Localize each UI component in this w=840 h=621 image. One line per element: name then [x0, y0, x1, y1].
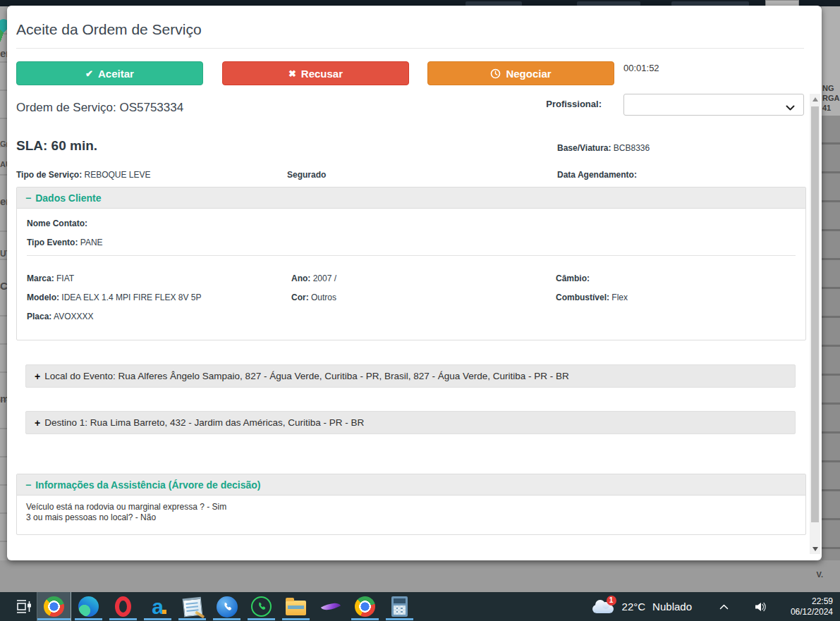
professional-select[interactable] — [623, 94, 804, 116]
base-viatura-field: Base/Viatura: BCB8336 — [557, 143, 650, 153]
taskbar-app-notepad[interactable] — [175, 592, 209, 621]
modelo-label: Modelo: — [27, 293, 59, 302]
countdown-timer: 00:01:52 — [623, 63, 659, 73]
destino1-text: Destino 1: Rua Lima Barreto, 432 - Jardi… — [44, 417, 364, 428]
notification-badge: 1 — [607, 596, 616, 605]
cor-field: Cor: Outros — [291, 293, 336, 302]
base-viatura-label: Base/Viatura: — [557, 143, 611, 153]
assistencia-body: Veículo está na rodovia ou marginal expr… — [17, 496, 805, 529]
refuse-button-label: Recusar — [301, 68, 343, 80]
expand-plus-icon: + — [35, 371, 40, 382]
system-tray: 1 22°C Nublado 22:59 06/12/2024 — [591, 592, 840, 621]
chrome-icon — [355, 596, 375, 617]
ano-value: 2007 / — [313, 273, 336, 283]
cross-icon: ✖ — [288, 68, 296, 79]
marca-label: Marca: — [27, 273, 54, 283]
dados-cliente-body: Nome Contato: Tipo Evento: PANE Marca: F… — [17, 209, 805, 340]
clock-icon — [490, 68, 501, 79]
negotiate-button[interactable]: Negociar — [427, 61, 614, 85]
taskbar-app-whatsapp[interactable] — [244, 592, 279, 621]
weather-temperature: 22°C — [622, 601, 646, 613]
decision-line: Veículo está na rodovia ou marginal expr… — [26, 502, 796, 512]
refuse-button[interactable]: ✖ Recusar — [222, 61, 409, 85]
bg-text-fragment: NG — [822, 84, 834, 93]
scroll-up-arrow[interactable] — [810, 94, 820, 104]
combustivel-label: Combustível: — [556, 293, 609, 302]
phone-app-icon — [217, 596, 238, 617]
dados-cliente-panel: − Dados Cliente Nome Contato: Tipo Event… — [16, 187, 806, 340]
a-browser-icon: a — [147, 596, 169, 617]
segurado-label: Segurado — [287, 170, 326, 180]
data-agendamento-field: Data Agendamento: — [557, 170, 637, 180]
cambio-field: Câmbio: — [556, 273, 590, 283]
collapse-minus-icon: − — [25, 479, 31, 491]
dados-cliente-header[interactable]: − Dados Cliente — [17, 187, 805, 209]
accept-button-label: Aceitar — [98, 68, 134, 80]
combustivel-field: Combustível: Flex — [556, 293, 628, 302]
clock-time: 22:59 — [784, 596, 833, 607]
marca-value: FIAT — [56, 273, 74, 283]
weather-widget[interactable]: 1 22°C Nublado — [591, 598, 692, 615]
tipo-evento-label: Tipo Evento: — [27, 238, 78, 247]
modelo-value: IDEA ELX 1.4 MPI FIRE FLEX 8V 5P — [61, 293, 201, 302]
calculator-icon — [391, 596, 408, 617]
data-agendamento-label: Data Agendamento: — [557, 170, 637, 180]
bg-version-fragment: V. — [817, 570, 823, 579]
accept-button[interactable]: ✔ Aceitar — [16, 61, 203, 85]
speaker-icon[interactable] — [747, 592, 774, 621]
expand-plus-icon: + — [35, 417, 40, 429]
edge-icon — [78, 596, 99, 617]
cor-value: Outros — [311, 293, 336, 302]
bg-text-fragment: RGA — [822, 94, 839, 103]
clock-date: 06/12/2024 — [784, 607, 833, 617]
taskbar-app-file-explorer[interactable] — [279, 592, 313, 621]
bg-table-rows-fragment — [822, 116, 840, 567]
sla-text: SLA: 60 min. — [16, 138, 97, 154]
whatsapp-icon — [251, 596, 272, 617]
taskbar-app-opera[interactable] — [106, 592, 140, 621]
modal-scrollbar[interactable] — [810, 94, 820, 554]
combustivel-value: Flex — [611, 293, 628, 302]
title-divider — [16, 48, 804, 49]
marca-field: Marca: FIAT — [27, 273, 74, 283]
assistencia-panel: − Informações da Assistência (Árvore de … — [16, 474, 806, 535]
inner-divider — [27, 255, 796, 256]
nome-contato-field: Nome Contato: — [27, 219, 87, 228]
opera-icon — [115, 596, 131, 617]
screen: er Gr AU er UT C m g NG RGA 41 V. Aceite… — [0, 0, 840, 621]
taskbar-app-phone[interactable] — [209, 592, 244, 621]
decision-line: 3 ou mais pessoas no local? - Não — [26, 512, 796, 523]
professional-label: Profissional: — [501, 99, 602, 109]
modal-title: Aceite da Ordem de Serviço — [16, 21, 202, 38]
assistencia-title: Informações da Assistência (Árvore de de… — [35, 479, 260, 491]
chrome-icon — [44, 596, 64, 617]
tray-chevron-up-icon[interactable] — [710, 592, 737, 621]
local-evento-text: Local do Evento: Rua Alferes Ângelo Samp… — [44, 371, 569, 381]
task-view-icon[interactable] — [10, 592, 37, 621]
taskbar-app-edge[interactable] — [71, 592, 106, 621]
tipo-servico-value: REBOQUE LEVE — [84, 170, 150, 180]
modelo-field: Modelo: IDEA ELX 1.4 MPI FIRE FLEX 8V 5P — [27, 293, 201, 302]
taskbar-app-a-browser[interactable]: a — [140, 592, 175, 621]
assistencia-header[interactable]: − Informações da Assistência (Árvore de … — [17, 474, 805, 496]
collapse-minus-icon: − — [25, 192, 31, 204]
destino1-expander[interactable]: + Destino 1: Rua Lima Barreto, 432 - Jar… — [25, 411, 796, 434]
windows-taskbar: a — [0, 592, 840, 621]
placa-value: AVOXXXX — [54, 312, 93, 321]
scroll-down-arrow[interactable] — [810, 543, 820, 554]
local-evento-expander[interactable]: + Local do Evento: Rua Alferes Ângelo Sa… — [25, 364, 796, 388]
lightshot-feather-icon — [320, 599, 340, 615]
taskbar-app-calculator[interactable] — [382, 592, 417, 621]
cloud-weather-icon: 1 — [591, 598, 615, 615]
taskbar-app-lightshot[interactable] — [313, 592, 348, 621]
dados-cliente-title: Dados Cliente — [35, 192, 101, 204]
notepad-icon — [182, 596, 202, 617]
base-viatura-value: BCB8336 — [614, 143, 650, 153]
taskbar-app-chrome[interactable] — [37, 592, 71, 621]
taskbar-app-chrome-2[interactable] — [348, 592, 382, 621]
negotiate-button-label: Negociar — [506, 68, 551, 80]
dimmed-page-left-edge: er Gr AU er UT C m g — [0, 6, 7, 592]
scrollbar-thumb[interactable] — [811, 106, 819, 522]
taskbar-clock[interactable]: 22:59 06/12/2024 — [784, 596, 833, 617]
tipo-servico-label: Tipo de Serviço: — [16, 170, 82, 180]
